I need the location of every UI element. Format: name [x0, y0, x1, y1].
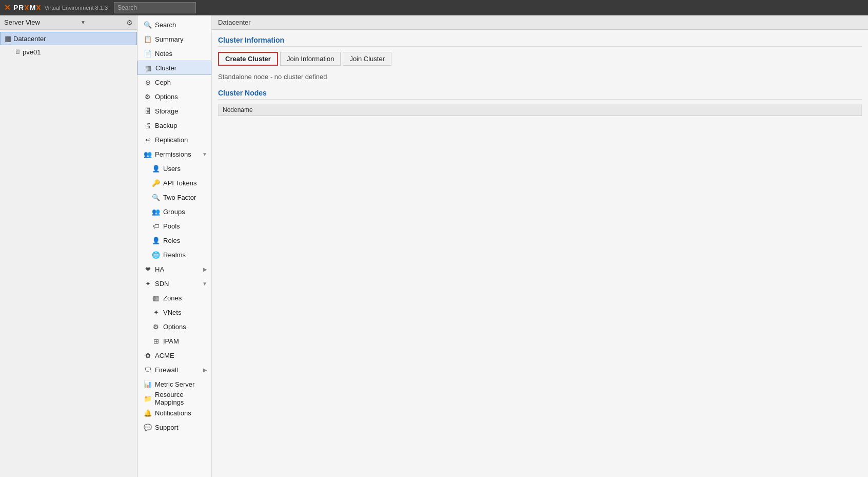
breadcrumb-text: Datacenter	[218, 18, 251, 26]
sdn-arrow-icon: ▼	[202, 281, 207, 287]
nav-label-users: Users	[163, 165, 181, 173]
search-input[interactable]	[114, 2, 196, 13]
server-view-bar: Server View ▼ ⚙	[0, 15, 137, 30]
cluster-info-title: Cluster Information	[218, 36, 862, 47]
nav-item-vnets[interactable]: ✦ VNets	[137, 305, 211, 319]
realms-nav-icon: 🌐	[152, 251, 160, 259]
notes-nav-icon: 📄	[144, 50, 152, 58]
permissions-arrow-icon: ▼	[202, 151, 207, 157]
ha-arrow-icon: ▶	[203, 266, 207, 272]
datacenter-icon: ▦	[5, 34, 11, 43]
nav-label-storage: Storage	[155, 107, 179, 115]
nav-label-pools: Pools	[163, 222, 180, 230]
nav-item-permissions[interactable]: 👥 Permissions ▼	[137, 147, 211, 161]
nav-item-resource-mappings[interactable]: 📁 Resource Mappings	[137, 391, 211, 406]
topbar: ✕ PRXMX Virtual Environment 8.1.3	[0, 0, 868, 15]
cluster-nav-icon: ▦	[144, 64, 152, 72]
vnets-nav-icon: ✦	[152, 309, 160, 316]
content-area: Datacenter Cluster Information Create Cl…	[212, 15, 868, 477]
nav-item-metric-server[interactable]: 📊 Metric Server	[137, 377, 211, 391]
nav-label-ceph: Ceph	[155, 79, 171, 86]
nav-item-zones[interactable]: ▦ Zones	[137, 291, 211, 305]
nav-item-replication[interactable]: ↩ Replication	[137, 132, 211, 147]
product-name: Virtual Environment 8.1.3	[45, 5, 108, 11]
nav-item-support[interactable]: 💬 Support	[137, 420, 211, 434]
nav-label-options: Options	[155, 93, 178, 101]
logo-x-left: ✕	[4, 3, 11, 12]
roles-nav-icon: 👤	[152, 237, 160, 244]
nav-item-summary[interactable]: 📋 Summary	[137, 32, 211, 46]
nav-item-two-factor[interactable]: 🔍 Two Factor	[137, 190, 211, 204]
tree-item-datacenter[interactable]: ▦ Datacenter	[0, 32, 137, 45]
table-header-nodename: Nodename	[219, 104, 862, 116]
nav-item-storage[interactable]: 🗄 Storage	[137, 104, 211, 118]
tree-area: ▦ Datacenter 🖥 pve01	[0, 30, 137, 477]
ha-nav-icon: ❤	[144, 265, 152, 273]
cluster-buttons: Create Cluster Join Information Join Clu…	[218, 52, 862, 66]
ceph-nav-icon: ⊕	[144, 79, 152, 86]
nav-item-notifications[interactable]: 🔔 Notifications	[137, 406, 211, 420]
storage-nav-icon: 🗄	[144, 107, 152, 115]
server-view-chevron: ▼	[81, 20, 86, 25]
acme-nav-icon: ✿	[144, 352, 152, 359]
nav-item-firewall[interactable]: 🛡 Firewall ▶	[137, 362, 211, 377]
nav-item-groups[interactable]: 👥 Groups	[137, 204, 211, 219]
nav-item-pools[interactable]: 🏷 Pools	[137, 219, 211, 233]
nav-item-search[interactable]: 🔍 Search	[137, 17, 211, 32]
join-information-button[interactable]: Join Information	[280, 52, 341, 66]
nav-item-ha[interactable]: ❤ HA ▶	[137, 262, 211, 276]
nav-label-vnets: VNets	[163, 309, 181, 316]
pve-icon: 🖥	[14, 48, 21, 55]
join-cluster-button[interactable]: Join Cluster	[343, 52, 391, 66]
cluster-nodes-title: Cluster Nodes	[218, 89, 862, 100]
gear-icon[interactable]: ⚙	[126, 18, 133, 27]
nav-label-zones: Zones	[163, 294, 182, 302]
resource-mappings-nav-icon: 📁	[144, 395, 152, 403]
nav-label-firewall: Firewall	[155, 366, 178, 374]
nav-label-sdn: SDN	[155, 280, 169, 288]
nav-item-api-tokens[interactable]: 🔑 API Tokens	[137, 176, 211, 190]
users-nav-icon: 👤	[152, 165, 160, 173]
nav-item-notes[interactable]: 📄 Notes	[137, 46, 211, 61]
nav-item-roles[interactable]: 👤 Roles	[137, 233, 211, 247]
firewall-nav-icon: 🛡	[144, 366, 152, 374]
nav-item-cluster[interactable]: ▦ Cluster	[137, 61, 211, 75]
replication-nav-icon: ↩	[144, 136, 152, 144]
nav-label-replication: Replication	[155, 136, 188, 144]
nav-item-users[interactable]: 👤 Users	[137, 161, 211, 176]
create-cluster-button[interactable]: Create Cluster	[218, 52, 278, 66]
nav-label-sdn-options: Options	[163, 323, 186, 331]
nav-item-ipam[interactable]: ⊞ IPAM	[137, 334, 211, 348]
nav-item-sdn[interactable]: ✦ SDN ▼	[137, 276, 211, 291]
nav-item-options[interactable]: ⚙ Options	[137, 89, 211, 104]
nav-item-realms[interactable]: 🌐 Realms	[137, 247, 211, 262]
logo: ✕ PRXMX Virtual Environment 8.1.3	[4, 3, 108, 12]
nav-label-roles: Roles	[163, 237, 180, 244]
breadcrumb: Datacenter	[212, 15, 868, 30]
firewall-arrow-icon: ▶	[203, 367, 207, 373]
nav-label-search: Search	[155, 21, 176, 29]
tree-pve-label: pve01	[23, 48, 41, 56]
tree-datacenter-label: Datacenter	[13, 35, 46, 43]
groups-nav-icon: 👥	[152, 208, 160, 216]
nav-label-acme: ACME	[155, 352, 174, 359]
nav-label-two-factor: Two Factor	[163, 194, 196, 201]
nav-label-notes: Notes	[155, 50, 172, 58]
nav-label-summary: Summary	[155, 35, 184, 43]
nav-label-groups: Groups	[163, 208, 185, 216]
logo-text: PRXMX	[11, 4, 42, 12]
ipam-nav-icon: ⊞	[152, 337, 160, 345]
nav-item-sdn-options[interactable]: ⚙ Options	[137, 319, 211, 334]
api-tokens-nav-icon: 🔑	[152, 179, 160, 187]
nav-item-backup[interactable]: 🖨 Backup	[137, 118, 211, 132]
nav-item-acme[interactable]: ✿ ACME	[137, 348, 211, 362]
nav-label-realms: Realms	[163, 251, 186, 259]
nav-label-support: Support	[155, 424, 179, 431]
nav-item-ceph[interactable]: ⊕ Ceph	[137, 75, 211, 89]
nav-label-notifications: Notifications	[155, 409, 191, 417]
content-main: Cluster Information Create Cluster Join …	[212, 30, 868, 477]
nav-label-ha: HA	[155, 265, 164, 273]
left-panel: Server View ▼ ⚙ ▦ Datacenter 🖥 pve01	[0, 15, 137, 477]
tree-item-pve01[interactable]: 🖥 pve01	[0, 45, 137, 59]
nav-label-backup: Backup	[155, 122, 177, 129]
